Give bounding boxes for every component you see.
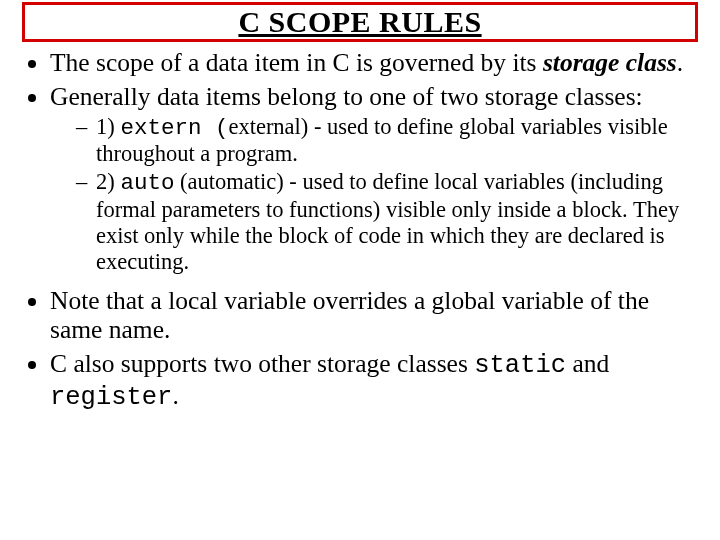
b4-pre: C also supports two other storage classe… [50,349,474,378]
bullet-item-3: Note that a local variable overrides a g… [50,286,698,346]
sub-item-2: 2) auto (automatic) - used to define loc… [76,169,698,275]
b4-code2: register [50,383,172,412]
sub-item-1: 1) extern (external) - used to define gl… [76,114,698,168]
slide: C SCOPE RULES The scope of a data item i… [0,0,720,540]
s1-code: extern ( [120,115,228,141]
s2-pre: 2) [96,169,120,194]
title-box: C SCOPE RULES [22,2,698,42]
slide-title: C SCOPE RULES [238,5,481,38]
b4-code1: static [474,351,566,380]
bullet-item-2: Generally data items belong to one of tw… [50,82,698,276]
bullet-item-4: C also supports two other storage classe… [50,349,698,413]
s2-code: auto [120,170,174,196]
b1-emph: storage class [543,48,677,77]
b3-text: Note that a local variable overrides a g… [50,286,649,345]
b2-text: Generally data items belong to one of tw… [50,82,643,111]
b1-text-post: . [677,48,683,77]
sub-list: 1) extern (external) - used to define gl… [50,114,698,276]
bullet-item-1: The scope of a data item in C is governe… [50,48,698,78]
s2-post: (automatic) - used to define local varia… [96,169,679,274]
s1-pre: 1) [96,114,120,139]
b1-text-pre: The scope of a data item in C is governe… [50,48,543,77]
bullet-list: The scope of a data item in C is governe… [22,48,698,413]
b4-post: . [172,381,178,410]
b4-mid: and [566,349,609,378]
